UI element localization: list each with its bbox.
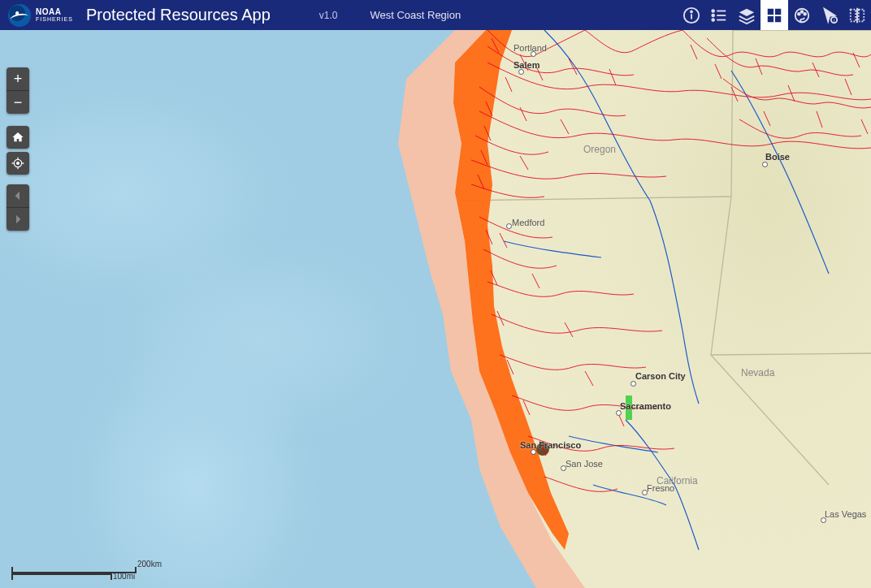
next-extent-button[interactable]	[6, 208, 29, 231]
svg-rect-13	[775, 15, 781, 21]
layers-button[interactable]	[733, 0, 760, 30]
draw-button[interactable]	[788, 0, 816, 30]
map-view[interactable]: Oregon California Nevada Portland Salem …	[0, 30, 871, 588]
swipe-icon	[848, 6, 866, 24]
map-svg	[0, 30, 871, 588]
identify-button[interactable]: i	[816, 0, 843, 30]
svg-text:i: i	[834, 18, 834, 23]
locate-icon	[11, 157, 24, 170]
svg-point-16	[801, 11, 804, 13]
app-title: Protected Resources App	[86, 6, 271, 24]
city-dot	[762, 162, 768, 167]
palette-icon	[793, 6, 811, 24]
scale-label-km: 200km	[137, 560, 162, 569]
zoom-controls: + −	[6, 67, 29, 114]
svg-point-3	[712, 10, 714, 12]
home-control	[6, 126, 29, 149]
app-version: v1.0	[319, 10, 338, 21]
city-dot	[616, 410, 622, 416]
svg-rect-21	[851, 9, 856, 21]
svg-point-2	[691, 11, 692, 12]
grid-icon	[765, 6, 783, 24]
layers-icon	[738, 6, 756, 24]
extent-history-controls	[6, 184, 29, 231]
noaa-globe-icon	[8, 4, 31, 27]
svg-point-15	[798, 12, 800, 15]
svg-point-7	[712, 19, 714, 21]
city-label-sacramento: Sacramento	[620, 401, 671, 411]
city-label-carson-city: Carson City	[635, 371, 686, 381]
city-label-medford: Medford	[512, 218, 544, 227]
city-label-san-jose: San Jose	[566, 459, 603, 469]
svg-rect-22	[859, 9, 864, 21]
state-label-oregon: Oregon	[583, 144, 616, 155]
city-dot	[506, 223, 512, 229]
region-label: West Coast Region	[370, 9, 461, 21]
city-dot	[630, 381, 636, 387]
header-toolbar: i	[678, 0, 871, 30]
minus-icon: −	[14, 94, 23, 111]
noaa-logo-text: NOAA FISHERIES	[36, 8, 73, 22]
svg-rect-12	[768, 15, 774, 21]
city-label-fresno: Fresno	[647, 483, 674, 493]
logo-text-top: NOAA	[36, 8, 73, 16]
svg-point-17	[804, 12, 806, 15]
city-label-salem: Salem	[514, 60, 540, 70]
plus-icon: +	[14, 71, 23, 88]
locate-control	[6, 152, 29, 175]
info-icon	[682, 6, 700, 24]
list-icon	[710, 6, 728, 24]
scale-bar: 200km 100mi	[11, 567, 136, 580]
city-label-san-francisco: San Francisco	[520, 440, 581, 450]
noaa-logo: NOAA FISHERIES	[0, 4, 81, 27]
svg-marker-9	[739, 8, 754, 15]
app-header: NOAA FISHERIES Protected Resources App v…	[0, 0, 871, 30]
city-label-las-vegas: Las Vegas	[825, 509, 866, 519]
locate-button[interactable]	[6, 152, 29, 175]
logo-text-bottom: FISHERIES	[36, 16, 73, 22]
svg-point-27	[17, 162, 20, 165]
city-label-portland: Portland	[514, 43, 547, 53]
legend-button[interactable]	[705, 0, 733, 30]
svg-rect-11	[775, 8, 781, 14]
scale-label-mi: 100mi	[113, 572, 135, 581]
app-root: NOAA FISHERIES Protected Resources App v…	[0, 0, 871, 588]
city-dot	[518, 69, 524, 75]
arrow-left-icon	[11, 189, 24, 202]
arrow-right-icon	[11, 213, 24, 226]
zoom-in-button[interactable]: +	[6, 67, 29, 91]
svg-point-5	[712, 14, 714, 16]
home-icon	[11, 131, 24, 144]
swipe-button[interactable]	[843, 0, 871, 30]
home-button[interactable]	[6, 126, 29, 149]
previous-extent-button[interactable]	[6, 184, 29, 208]
city-label-boise: Boise	[765, 152, 790, 162]
svg-rect-10	[768, 8, 774, 14]
info-button[interactable]	[678, 0, 705, 30]
state-label-nevada: Nevada	[741, 367, 774, 378]
zoom-out-button[interactable]: −	[6, 91, 29, 114]
scale-line-mi	[11, 573, 112, 580]
basemap-button[interactable]	[760, 0, 788, 30]
city-dot	[531, 449, 536, 455]
cursor-info-icon: i	[821, 6, 838, 24]
